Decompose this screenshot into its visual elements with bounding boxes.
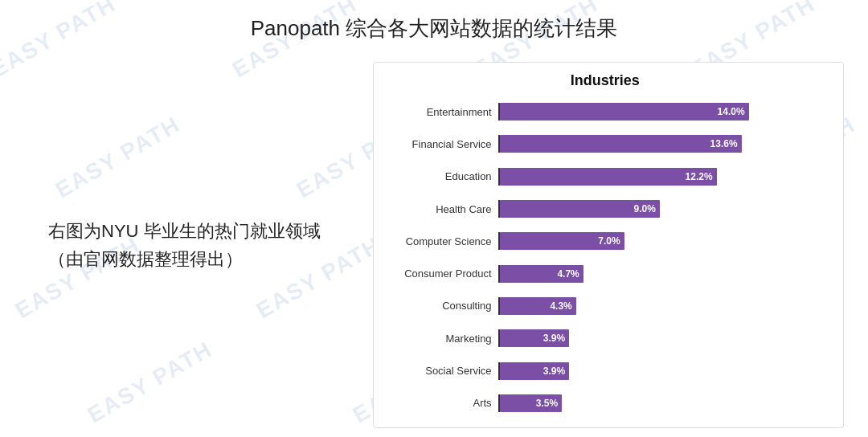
- bar-row: Consumer Product4.7%: [382, 263, 829, 285]
- bar-track: 3.5%: [498, 394, 829, 412]
- bar-axis: [498, 103, 500, 120]
- bar-axis: [498, 168, 500, 186]
- bar-row: Entertainment14.0%: [382, 100, 829, 123]
- bar-track: 7.0%: [498, 232, 829, 250]
- bar-track: 14.0%: [498, 103, 829, 120]
- chart-container: Industries Entertainment14.0%Financial S…: [373, 62, 844, 428]
- bar-fill: 13.6%: [500, 135, 742, 153]
- bar-row: Marketing3.9%: [382, 327, 829, 349]
- bar-fill: 3.9%: [500, 329, 569, 347]
- bar-track: 3.9%: [498, 329, 829, 347]
- bar-row: Consulting4.3%: [382, 295, 829, 317]
- bar-fill: 14.0%: [500, 103, 749, 120]
- bar-fill: 9.0%: [500, 200, 660, 218]
- bar-row: Social Service3.9%: [382, 360, 829, 382]
- bar-value: 3.9%: [543, 366, 565, 377]
- bar-axis: [498, 362, 500, 380]
- bar-label: Computer Science: [382, 235, 498, 247]
- right-panel: Industries Entertainment14.0%Financial S…: [365, 54, 868, 436]
- bar-fill: 4.7%: [500, 265, 583, 283]
- bar-row: Health Care9.0%: [382, 198, 829, 220]
- bar-axis: [498, 265, 500, 283]
- bar-axis: [498, 297, 500, 315]
- bar-fill: 3.5%: [500, 394, 563, 412]
- bar-chart: Entertainment14.0%Financial Service13.6%…: [382, 96, 829, 419]
- bar-track: 4.3%: [498, 297, 829, 315]
- bar-label: Marketing: [382, 333, 498, 345]
- left-panel: 右图为NYU 毕业生的热门就业领域 （由官网数据整理得出）: [0, 54, 365, 436]
- bar-axis: [498, 329, 500, 347]
- bar-track: 13.6%: [498, 135, 829, 153]
- left-description: 右图为NYU 毕业生的热门就业领域 （由官网数据整理得出）: [48, 217, 321, 273]
- bar-value: 12.2%: [686, 171, 713, 182]
- bar-value: 4.7%: [557, 268, 579, 280]
- bar-label: Financial Service: [382, 138, 498, 150]
- bar-label: Social Service: [382, 365, 498, 377]
- bar-fill: 7.0%: [500, 232, 624, 250]
- bar-value: 3.9%: [543, 333, 565, 344]
- bar-value: 3.5%: [536, 398, 558, 409]
- bar-label: Consumer Product: [382, 268, 498, 280]
- bar-value: 9.0%: [634, 203, 656, 214]
- bar-value: 4.3%: [550, 300, 571, 312]
- bar-track: 12.2%: [498, 168, 829, 186]
- bar-label: Health Care: [382, 203, 498, 215]
- bar-axis: [498, 200, 500, 218]
- bar-row: Computer Science7.0%: [382, 230, 829, 252]
- bar-label: Entertainment: [382, 106, 498, 118]
- bar-fill: 12.2%: [500, 168, 717, 186]
- bar-track: 3.9%: [498, 362, 829, 380]
- bar-axis: [498, 135, 500, 153]
- bar-track: 9.0%: [498, 200, 829, 218]
- bar-value: 14.0%: [718, 106, 745, 117]
- bar-axis: [498, 232, 500, 250]
- bar-row: Financial Service13.6%: [382, 133, 829, 155]
- bar-value: 13.6%: [710, 138, 738, 149]
- bar-label: Education: [382, 170, 498, 182]
- bar-value: 7.0%: [598, 235, 620, 247]
- left-line1: 右图为NYU 毕业生的热门就业领域: [48, 217, 321, 245]
- bar-row: Education12.2%: [382, 165, 829, 188]
- page-title: Panopath 综合各大网站数据的统计结果: [0, 0, 868, 54]
- left-line2: （由官网数据整理得出）: [48, 245, 321, 273]
- bar-fill: 4.3%: [500, 297, 576, 315]
- bar-label: Arts: [382, 397, 498, 409]
- bar-fill: 3.9%: [500, 362, 569, 380]
- bar-axis: [498, 394, 500, 412]
- bar-label: Consulting: [382, 300, 498, 312]
- bar-row: Arts3.5%: [382, 392, 829, 415]
- main-content: 右图为NYU 毕业生的热门就业领域 （由官网数据整理得出） Industries…: [0, 54, 868, 436]
- chart-title: Industries: [382, 72, 829, 89]
- bar-track: 4.7%: [498, 265, 829, 283]
